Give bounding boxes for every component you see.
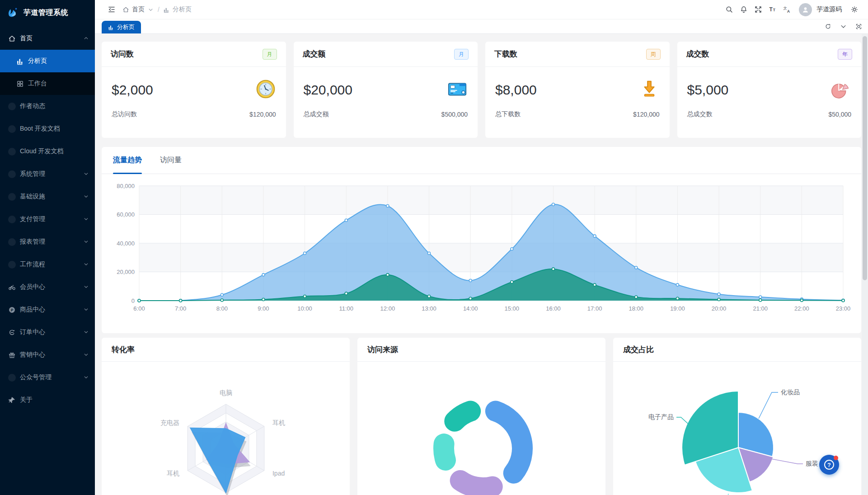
order-e-icon: [7, 328, 16, 337]
sidebar-item-workflow[interactable]: 工作流程: [0, 253, 95, 276]
logo-icon: [6, 5, 20, 20]
chevron-down-icon: [147, 6, 154, 13]
bike-icon: [7, 283, 16, 292]
tabbar-actions: [820, 19, 868, 33]
svg-text:文: 文: [784, 6, 787, 10]
scrollbar-track[interactable]: [862, 34, 868, 495]
gift-icon: [7, 350, 16, 359]
svg-text:10:00: 10:00: [297, 305, 312, 312]
breadcrumb-current: 分析页: [173, 5, 192, 14]
sidebar-menu: 首页 分析页 工作台 作者动态 Boot 开发文档 Cloud 开发文档 系统管…: [0, 25, 95, 411]
scrollbar-thumb[interactable]: [863, 36, 867, 280]
svg-text:7:00: 7:00: [175, 305, 186, 312]
sidebar-item-home[interactable]: 首页: [0, 27, 95, 50]
stat-title: 成交额: [303, 49, 326, 59]
refresh-icon[interactable]: [820, 19, 835, 33]
search-icon[interactable]: [723, 3, 736, 16]
stat-footer-label: 总访问数: [112, 110, 137, 118]
sidebar-item-workplace[interactable]: 工作台: [0, 72, 95, 95]
traffic-trend-card: 流量趋势 访问量 020,00040,00060,00080,0006:007:…: [102, 147, 861, 333]
svg-text:化妆品: 化妆品: [781, 388, 800, 396]
page-tabbar: 分析页: [95, 19, 868, 34]
help-button[interactable]: ?: [819, 455, 839, 475]
breadcrumb-separator: /: [158, 6, 160, 13]
svg-text:14:00: 14:00: [463, 305, 478, 312]
app-title: 芋道管理系统: [23, 8, 68, 18]
traffic-trend-chart: 020,00040,00060,00080,0006:007:008:009:0…: [102, 147, 857, 333]
bar-chart-icon: [108, 24, 114, 30]
chevron-down-icon: [84, 170, 89, 178]
sidebar-item-marketing[interactable]: 营销中心: [0, 344, 95, 366]
sidebar-item-payment[interactable]: 支付管理: [0, 208, 95, 231]
page-content: 访问数 月 $2,000 总访问数 $120,000 成交额 月 $20,000…: [95, 34, 868, 495]
collapse-sidebar-icon[interactable]: [105, 3, 118, 16]
svg-text:T: T: [769, 6, 773, 13]
fullscreen-icon[interactable]: [752, 3, 765, 16]
svg-text:电子产品: 电子产品: [648, 413, 674, 420]
stat-footer-label: 总下载数: [495, 110, 521, 118]
settings-gear-icon[interactable]: [848, 3, 861, 16]
translate-icon[interactable]: 文A: [781, 3, 793, 16]
stat-footer-value: $50,000: [828, 111, 851, 118]
svg-text:17:00: 17:00: [587, 305, 602, 312]
sidebar-item-about[interactable]: 关于: [0, 389, 95, 411]
svg-text:18:00: 18:00: [629, 305, 643, 312]
chevron-up-icon: [84, 35, 89, 42]
breadcrumb-home[interactable]: 首页: [122, 5, 154, 14]
sidebar-item-infra[interactable]: 基础设施: [0, 185, 95, 208]
chevron-down-icon: [84, 216, 89, 223]
dot-icon: [7, 373, 16, 382]
tab-analysis-page[interactable]: 分析页: [102, 21, 141, 33]
svg-text:23:00: 23:00: [836, 305, 851, 312]
deal-share-pie-chart: 化妆品服装电子产品: [613, 362, 860, 495]
chevron-down-icon: [84, 374, 89, 381]
svg-text:0: 0: [131, 297, 135, 304]
sidebar-item-member[interactable]: 会员中心: [0, 276, 95, 298]
chevron-down-icon: [84, 351, 89, 358]
sidebar-item-report[interactable]: 报表管理: [0, 231, 95, 253]
bottom-cards-row: 转化率 电脑耳机Ipad手机耳机充电器 访问来源 成交占比 化妆品服装电子产品: [102, 338, 861, 495]
stat-footer-value: $120,000: [249, 111, 276, 118]
svg-text:?: ?: [827, 462, 831, 468]
stat-card-访问数: 访问数 月 $2,000 总访问数 $120,000: [102, 42, 286, 138]
sidebar-item-product[interactable]: P 商品中心: [0, 298, 95, 321]
sidebar-item-system[interactable]: 系统管理: [0, 163, 95, 185]
svg-text:40,000: 40,000: [117, 240, 135, 247]
username[interactable]: 芋道源码: [816, 5, 842, 14]
card-title: 访问来源: [357, 338, 605, 362]
sidebar-item-analysis[interactable]: 分析页: [0, 50, 95, 72]
dot-icon: [7, 147, 16, 156]
user-avatar[interactable]: [799, 3, 812, 16]
stat-cards-row: 访问数 月 $2,000 总访问数 $120,000 成交额 月 $20,000…: [102, 42, 861, 138]
logo[interactable]: 芋道管理系统: [0, 0, 95, 25]
period-badge: 周: [646, 49, 661, 60]
svg-text:耳机: 耳机: [167, 470, 179, 477]
svg-text:11:00: 11:00: [339, 305, 353, 312]
svg-text:20,000: 20,000: [117, 269, 135, 275]
svg-text:A: A: [787, 9, 790, 14]
chevron-down-icon: [84, 283, 89, 291]
notification-bell-icon[interactable]: [737, 3, 750, 16]
home-icon: [122, 6, 129, 13]
sidebar-item-boot-docs[interactable]: Boot 开发文档: [0, 118, 95, 140]
clock-icon: [255, 79, 276, 101]
sidebar-item-order[interactable]: 订单中心: [0, 321, 95, 344]
navbar-actions: TT 文A 芋道源码: [723, 3, 861, 16]
circle-p-icon: P: [7, 305, 16, 314]
svg-text:20:00: 20:00: [712, 305, 727, 312]
stat-value: $2,000: [112, 82, 153, 98]
chevron-down-icon: [84, 306, 89, 313]
dot-icon: [7, 260, 16, 269]
conversion-radar-chart: 电脑耳机Ipad手机耳机充电器: [102, 362, 348, 495]
sidebar-item-mp[interactable]: 公众号管理: [0, 366, 95, 389]
chevron-down-icon[interactable]: [835, 19, 851, 33]
svg-text:21:00: 21:00: [753, 305, 768, 312]
font-size-icon[interactable]: TT: [766, 3, 779, 16]
sidebar-item-author-news[interactable]: 作者动态: [0, 95, 95, 118]
maximize-icon[interactable]: [851, 19, 866, 33]
chart-icon: [15, 57, 24, 66]
chevron-down-icon: [84, 261, 89, 268]
stat-footer-value: $500,000: [441, 111, 468, 118]
sidebar-item-cloud-docs[interactable]: Cloud 开发文档: [0, 140, 95, 163]
pin-icon: [7, 396, 16, 405]
